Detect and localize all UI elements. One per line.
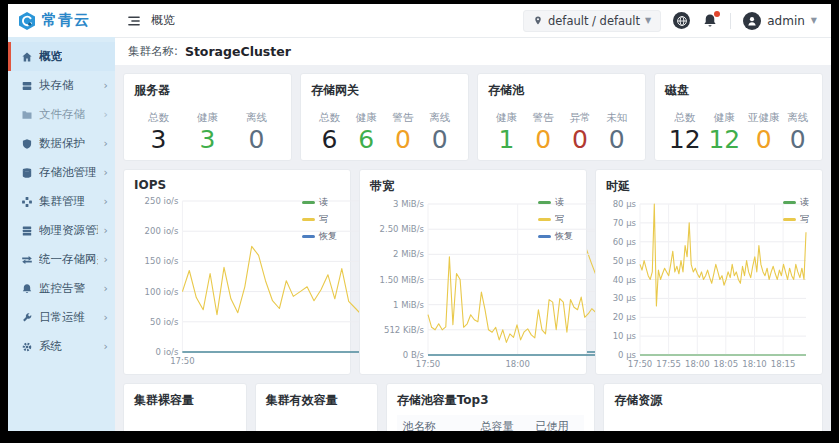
legend-item[interactable]: 写 (538, 213, 573, 226)
stat-value: 3 (197, 126, 218, 154)
stat: 警告 0 (392, 111, 413, 154)
svg-text:20 µs: 20 µs (613, 312, 637, 322)
legend-item[interactable]: 读 (302, 196, 337, 209)
stat-card-title: 磁盘 (665, 82, 812, 99)
globe-icon[interactable] (673, 12, 690, 29)
legend-swatch (538, 201, 551, 204)
chart-title: 时延 (606, 178, 812, 195)
sidebar-item[interactable]: 块存储› (8, 71, 115, 100)
svg-text:18:05: 18:05 (714, 359, 739, 369)
sidebar-item[interactable]: 文件存储› (8, 100, 115, 129)
svg-text:200 io/s: 200 io/s (145, 226, 179, 236)
location-pin-icon (533, 15, 543, 26)
menu-collapse-icon[interactable] (127, 14, 141, 28)
alarm-bell-icon (21, 283, 33, 295)
stat-value: 0 (606, 126, 627, 154)
legend-swatch (302, 235, 315, 238)
stat-label: 健康 (356, 111, 377, 125)
breadcrumb[interactable]: 概览 (151, 12, 175, 29)
stat-card: 磁盘 总数 12 健康 12 亚健康 0 离线 0 (654, 73, 823, 161)
sidebar-item-label: 存储池管理 (39, 165, 97, 180)
stat-value: 0 (569, 126, 590, 154)
region-selector[interactable]: default / default ▼ (523, 10, 661, 32)
stat: 总数 3 (148, 111, 169, 154)
svg-text:70 µs: 70 µs (613, 218, 637, 228)
chart-cards-row: IOPS 读 写 恢复 0 io/s50 io/s100 io/s150 io/… (123, 169, 823, 375)
stat-label: 健康 (708, 111, 740, 125)
stat-value: 12 (708, 126, 740, 154)
region-label: default / default (548, 14, 640, 28)
stat-value: 0 (533, 126, 554, 154)
stat: 未知 0 (606, 111, 627, 154)
stat: 健康 1 (496, 111, 517, 154)
chevron-right-icon: › (104, 312, 108, 323)
chevron-right-icon: › (104, 225, 108, 236)
svg-text:150 io/s: 150 io/s (145, 256, 179, 266)
server-icon (21, 225, 33, 237)
svg-text:1 MiB/s: 1 MiB/s (393, 300, 425, 310)
home-icon (21, 51, 33, 63)
logo[interactable]: 常青云 (8, 11, 115, 31)
stat: 异常 0 (569, 111, 590, 154)
svg-text:18:00: 18:00 (685, 359, 710, 369)
stat-value: 3 (148, 126, 169, 154)
svg-text:50 µs: 50 µs (613, 256, 637, 266)
stat: 离线 0 (429, 111, 450, 154)
chevron-right-icon: › (104, 109, 108, 120)
cluster-icon (21, 196, 33, 208)
sidebar-item[interactable]: 存储池管理› (8, 158, 115, 187)
stat-label: 离线 (246, 111, 267, 125)
pool-icon (21, 167, 33, 179)
stat: 警告 0 (533, 111, 554, 154)
sidebar-item-label: 集群管理 (39, 194, 85, 209)
svg-text:80 µs: 80 µs (613, 199, 637, 209)
stat-cards-row: 服务器 总数 3 健康 3 离线 0 存储网关 总数 6 健康 6 警告 0 (123, 73, 823, 161)
stat-label: 警告 (392, 111, 413, 125)
stat: 健康 12 (708, 111, 740, 154)
sidebar-item[interactable]: 数据保护› (8, 129, 115, 158)
avatar (743, 12, 761, 30)
sidebar-item[interactable]: 系统› (8, 332, 115, 361)
legend-swatch (783, 218, 796, 221)
svg-text:100 io/s: 100 io/s (145, 287, 179, 297)
legend-label: 读 (319, 196, 328, 209)
legend-item[interactable]: 读 (783, 196, 809, 209)
user-menu[interactable]: admin ▼ (743, 12, 817, 30)
notifications-button[interactable] (702, 13, 718, 29)
svg-text:18:00: 18:00 (505, 359, 530, 369)
chart-legend: 读 写 恢复 (538, 196, 573, 243)
legend-item[interactable]: 恢复 (302, 230, 337, 243)
sidebar-item[interactable]: 监控告警› (8, 274, 115, 303)
legend-item[interactable]: 写 (783, 213, 809, 226)
svg-text:30 µs: 30 µs (613, 293, 637, 303)
chevron-right-icon: › (104, 196, 108, 207)
stat-group: 健康 1 警告 0 异常 0 未知 0 (488, 111, 635, 154)
stat-card-title: 存储网关 (311, 82, 458, 99)
logo-icon (17, 11, 37, 31)
svg-text:1.50 MiB/s: 1.50 MiB/s (380, 275, 425, 285)
legend-item[interactable]: 写 (302, 213, 337, 226)
sidebar-item-label: 日常运维 (39, 310, 85, 325)
sidebar-item[interactable]: 概览 (8, 42, 115, 71)
legend-swatch (538, 218, 551, 221)
sidebar-item[interactable]: 统一存储网关› (8, 245, 115, 274)
sidebar-item[interactable]: 集群管理› (8, 187, 115, 216)
card-title: 集群裸容量 (134, 392, 236, 409)
divider (730, 13, 731, 29)
sidebar-item-label: 文件存储 (39, 107, 85, 122)
svg-text:250 io/s: 250 io/s (145, 196, 179, 206)
app-window: 常青云 概览 default / default ▼ (8, 4, 831, 431)
topbar-right: default / default ▼ admin ▼ (523, 10, 831, 32)
stat-group: 总数 12 健康 12 亚健康 0 离线 0 (665, 111, 812, 154)
notification-dot (714, 11, 720, 17)
legend-item[interactable]: 恢复 (538, 230, 573, 243)
pool-table-header: 已使用 (529, 415, 584, 431)
sidebar-item-label: 块存储 (39, 78, 74, 93)
card-title: 存储资源 (614, 392, 812, 409)
stat-value: 0 (392, 126, 413, 154)
sidebar-item[interactable]: 日常运维› (8, 303, 115, 332)
sidebar-item[interactable]: 物理资源管理› (8, 216, 115, 245)
ops-icon (21, 312, 33, 324)
legend-item[interactable]: 读 (538, 196, 573, 209)
svg-text:10 µs: 10 µs (613, 331, 637, 341)
